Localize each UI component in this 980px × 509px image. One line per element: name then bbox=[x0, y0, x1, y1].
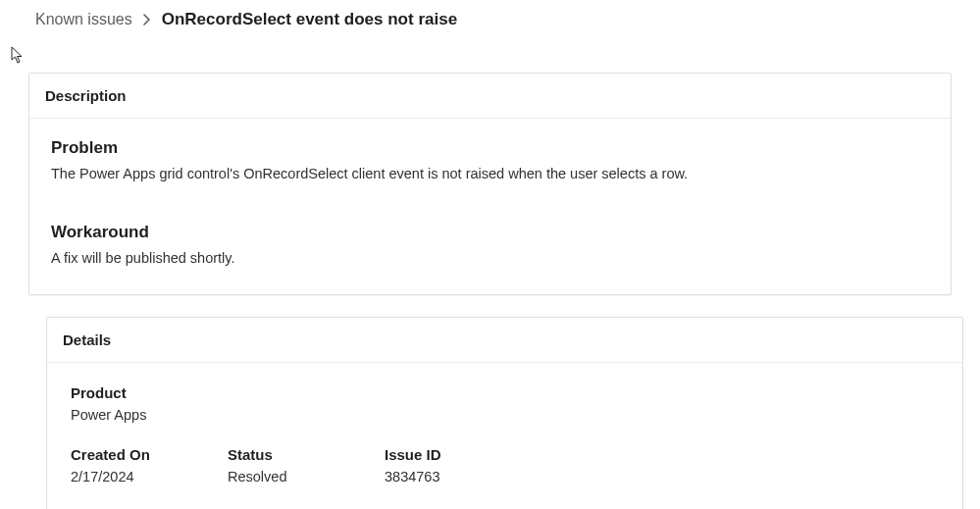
breadcrumb-current: OnRecordSelect event does not raise bbox=[162, 10, 457, 29]
status-value: Resolved bbox=[228, 469, 385, 484]
workaround-section: Workaround A fix will be published short… bbox=[51, 223, 929, 268]
created-on-label: Created On bbox=[71, 446, 228, 463]
breadcrumb: Known issues OnRecordSelect event does n… bbox=[0, 0, 980, 29]
problem-text: The Power Apps grid control's OnRecordSe… bbox=[51, 164, 929, 183]
cursor-artifact-icon bbox=[11, 46, 25, 64]
created-on-field: Created On 2/17/2024 bbox=[71, 446, 228, 484]
product-value: Power Apps bbox=[71, 407, 939, 423]
details-card: Details Product Power Apps Created On 2/… bbox=[46, 317, 963, 509]
status-label: Status bbox=[228, 446, 385, 463]
product-field: Product Power Apps bbox=[71, 384, 939, 423]
chevron-right-icon bbox=[142, 14, 152, 25]
created-on-value: 2/17/2024 bbox=[71, 469, 228, 484]
description-card: Description Problem The Power Apps grid … bbox=[28, 73, 952, 295]
product-label: Product bbox=[71, 384, 939, 401]
details-card-body: Product Power Apps Created On 2/17/2024 … bbox=[47, 363, 962, 509]
description-card-header: Description bbox=[29, 74, 951, 119]
workaround-text: A fix will be published shortly. bbox=[51, 248, 929, 268]
details-card-header: Details bbox=[47, 318, 962, 363]
status-field: Status Resolved bbox=[228, 446, 385, 484]
breadcrumb-parent-link[interactable]: Known issues bbox=[35, 11, 132, 28]
issue-id-label: Issue ID bbox=[385, 446, 542, 463]
workaround-heading: Workaround bbox=[51, 223, 929, 242]
description-card-body: Problem The Power Apps grid control's On… bbox=[29, 119, 951, 294]
problem-section: Problem The Power Apps grid control's On… bbox=[51, 138, 929, 183]
problem-heading: Problem bbox=[51, 138, 929, 158]
details-row: Created On 2/17/2024 Status Resolved Iss… bbox=[71, 446, 939, 484]
issue-id-field: Issue ID 3834763 bbox=[385, 446, 542, 484]
issue-id-value: 3834763 bbox=[385, 469, 542, 484]
